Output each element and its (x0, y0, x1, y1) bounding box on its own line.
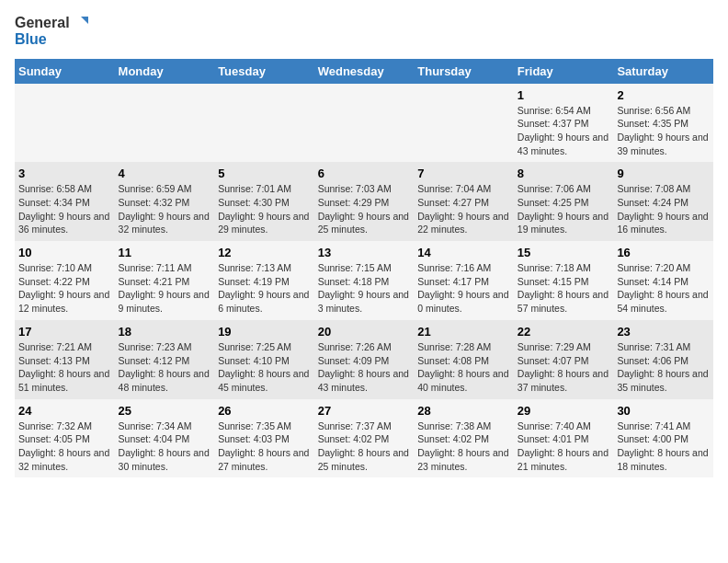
calendar-header-sunday: Sunday (15, 59, 115, 84)
day-info: Sunrise: 7:29 AM Sunset: 4:07 PM Dayligh… (518, 340, 610, 395)
calendar-cell: 7Sunrise: 7:04 AM Sunset: 4:27 PM Daylig… (414, 162, 514, 241)
calendar-cell: 11Sunrise: 7:11 AM Sunset: 4:21 PM Dayli… (115, 241, 215, 320)
day-number: 13 (318, 246, 411, 259)
day-number: 26 (218, 404, 311, 418)
day-number: 20 (318, 325, 411, 339)
day-number: 25 (119, 404, 211, 418)
day-info: Sunrise: 7:01 AM Sunset: 4:30 PM Dayligh… (218, 182, 311, 236)
calendar-cell: 2Sunrise: 6:56 AM Sunset: 4:35 PM Daylig… (613, 84, 713, 163)
calendar-cell: 20Sunrise: 7:26 AM Sunset: 4:09 PM Dayli… (314, 320, 415, 399)
calendar-cell: 10Sunrise: 7:10 AM Sunset: 4:22 PM Dayli… (15, 241, 115, 320)
day-info: Sunrise: 7:37 AM Sunset: 4:02 PM Dayligh… (318, 419, 411, 474)
calendar-cell: 28Sunrise: 7:38 AM Sunset: 4:02 PM Dayli… (414, 399, 514, 478)
day-info: Sunrise: 7:03 AM Sunset: 4:29 PM Dayligh… (318, 182, 411, 236)
logo-general: General (15, 15, 70, 31)
day-info: Sunrise: 7:20 AM Sunset: 4:14 PM Dayligh… (617, 261, 710, 316)
calendar-cell: 21Sunrise: 7:28 AM Sunset: 4:08 PM Dayli… (414, 320, 514, 399)
day-info: Sunrise: 6:54 AM Sunset: 4:37 PM Dayligh… (518, 104, 610, 158)
calendar-week-row: 1Sunrise: 6:54 AM Sunset: 4:37 PM Daylig… (15, 84, 713, 163)
calendar-cell: 3Sunrise: 6:58 AM Sunset: 4:34 PM Daylig… (15, 162, 115, 241)
logo-blue: Blue (15, 31, 88, 48)
day-info: Sunrise: 7:23 AM Sunset: 4:12 PM Dayligh… (119, 340, 211, 395)
calendar-header-thursday: Thursday (414, 59, 514, 84)
day-info: Sunrise: 6:58 AM Sunset: 4:34 PM Dayligh… (18, 182, 111, 236)
day-number: 3 (18, 167, 111, 180)
day-number: 15 (518, 246, 610, 259)
calendar-header-row: SundayMondayTuesdayWednesdayThursdayFrid… (15, 59, 713, 84)
calendar-cell: 12Sunrise: 7:13 AM Sunset: 4:19 PM Dayli… (214, 241, 314, 320)
day-number: 10 (18, 246, 111, 259)
day-number: 2 (617, 88, 710, 102)
day-info: Sunrise: 7:16 AM Sunset: 4:17 PM Dayligh… (417, 261, 510, 316)
calendar-cell: 23Sunrise: 7:31 AM Sunset: 4:06 PM Dayli… (613, 320, 713, 399)
calendar-cell: 5Sunrise: 7:01 AM Sunset: 4:30 PM Daylig… (214, 162, 314, 241)
day-info: Sunrise: 7:25 AM Sunset: 4:10 PM Dayligh… (218, 340, 311, 395)
day-info: Sunrise: 7:32 AM Sunset: 4:05 PM Dayligh… (18, 419, 111, 474)
day-number: 24 (18, 404, 111, 418)
calendar-cell: 30Sunrise: 7:41 AM Sunset: 4:00 PM Dayli… (613, 399, 713, 478)
day-number: 6 (318, 167, 411, 180)
calendar-header-saturday: Saturday (613, 59, 713, 84)
day-number: 27 (318, 404, 411, 418)
day-number: 17 (18, 325, 111, 339)
day-info: Sunrise: 7:04 AM Sunset: 4:27 PM Dayligh… (417, 182, 510, 236)
calendar-table: SundayMondayTuesdayWednesdayThursdayFrid… (15, 59, 713, 478)
calendar-cell: 26Sunrise: 7:35 AM Sunset: 4:03 PM Dayli… (214, 399, 314, 478)
day-number: 21 (417, 325, 510, 339)
day-info: Sunrise: 7:11 AM Sunset: 4:21 PM Dayligh… (119, 261, 211, 316)
logo: General Blue (15, 15, 88, 48)
calendar-cell: 24Sunrise: 7:32 AM Sunset: 4:05 PM Dayli… (15, 399, 115, 478)
calendar-header-wednesday: Wednesday (314, 59, 415, 84)
calendar-cell: 6Sunrise: 7:03 AM Sunset: 4:29 PM Daylig… (314, 162, 415, 241)
day-number: 8 (518, 167, 610, 180)
day-info: Sunrise: 7:06 AM Sunset: 4:25 PM Dayligh… (518, 182, 610, 236)
day-number: 9 (617, 167, 710, 180)
calendar-cell: 1Sunrise: 6:54 AM Sunset: 4:37 PM Daylig… (514, 84, 614, 163)
calendar-cell: 19Sunrise: 7:25 AM Sunset: 4:10 PM Dayli… (214, 320, 314, 399)
calendar-cell: 29Sunrise: 7:40 AM Sunset: 4:01 PM Dayli… (514, 399, 614, 478)
day-number: 29 (518, 404, 610, 418)
calendar-cell: 22Sunrise: 7:29 AM Sunset: 4:07 PM Dayli… (514, 320, 614, 399)
day-number: 23 (617, 325, 710, 339)
day-info: Sunrise: 7:41 AM Sunset: 4:00 PM Dayligh… (617, 419, 710, 474)
day-info: Sunrise: 7:13 AM Sunset: 4:19 PM Dayligh… (218, 261, 311, 316)
calendar-cell (214, 84, 314, 163)
calendar-cell (115, 84, 215, 163)
day-number: 28 (417, 404, 510, 418)
calendar-cell: 15Sunrise: 7:18 AM Sunset: 4:15 PM Dayli… (514, 241, 614, 320)
calendar-cell (414, 84, 514, 163)
calendar-header-friday: Friday (514, 59, 614, 84)
calendar-cell: 8Sunrise: 7:06 AM Sunset: 4:25 PM Daylig… (514, 162, 614, 241)
logo-bird-icon (72, 15, 88, 31)
day-number: 22 (518, 325, 610, 339)
calendar-header-monday: Monday (115, 59, 215, 84)
calendar-cell: 17Sunrise: 7:21 AM Sunset: 4:13 PM Dayli… (15, 320, 115, 399)
day-info: Sunrise: 6:59 AM Sunset: 4:32 PM Dayligh… (119, 182, 211, 236)
svg-marker-0 (81, 17, 88, 24)
day-info: Sunrise: 7:31 AM Sunset: 4:06 PM Dayligh… (617, 340, 710, 395)
calendar-cell: 25Sunrise: 7:34 AM Sunset: 4:04 PM Dayli… (115, 399, 215, 478)
day-info: Sunrise: 7:34 AM Sunset: 4:04 PM Dayligh… (119, 419, 211, 474)
day-number: 19 (218, 325, 311, 339)
calendar-cell: 16Sunrise: 7:20 AM Sunset: 4:14 PM Dayli… (613, 241, 713, 320)
calendar-cell: 13Sunrise: 7:15 AM Sunset: 4:18 PM Dayli… (314, 241, 415, 320)
day-info: Sunrise: 6:56 AM Sunset: 4:35 PM Dayligh… (617, 104, 710, 158)
day-info: Sunrise: 7:10 AM Sunset: 4:22 PM Dayligh… (18, 261, 111, 316)
day-number: 12 (218, 246, 311, 259)
calendar-cell: 9Sunrise: 7:08 AM Sunset: 4:24 PM Daylig… (613, 162, 713, 241)
day-number: 14 (417, 246, 510, 259)
day-number: 7 (417, 167, 510, 180)
calendar-cell (314, 84, 415, 163)
calendar-week-row: 24Sunrise: 7:32 AM Sunset: 4:05 PM Dayli… (15, 399, 713, 478)
calendar-cell (15, 84, 115, 163)
day-info: Sunrise: 7:21 AM Sunset: 4:13 PM Dayligh… (18, 340, 111, 395)
calendar-week-row: 10Sunrise: 7:10 AM Sunset: 4:22 PM Dayli… (15, 241, 713, 320)
calendar-cell: 14Sunrise: 7:16 AM Sunset: 4:17 PM Dayli… (414, 241, 514, 320)
calendar-week-row: 17Sunrise: 7:21 AM Sunset: 4:13 PM Dayli… (15, 320, 713, 399)
day-info: Sunrise: 7:28 AM Sunset: 4:08 PM Dayligh… (417, 340, 510, 395)
day-number: 16 (617, 246, 710, 259)
day-info: Sunrise: 7:38 AM Sunset: 4:02 PM Dayligh… (417, 419, 510, 474)
day-number: 4 (119, 167, 211, 180)
calendar-cell: 27Sunrise: 7:37 AM Sunset: 4:02 PM Dayli… (314, 399, 415, 478)
day-info: Sunrise: 7:08 AM Sunset: 4:24 PM Dayligh… (617, 182, 710, 236)
